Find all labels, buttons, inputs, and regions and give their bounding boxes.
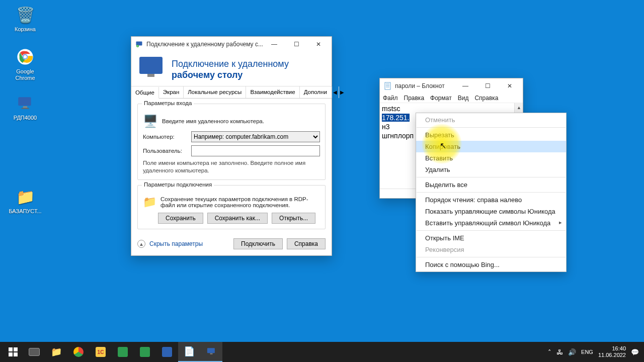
taskbar-app-green[interactable] bbox=[112, 342, 134, 362]
taskbar-app-green2[interactable] bbox=[134, 342, 156, 362]
help-button[interactable]: Справка bbox=[287, 238, 326, 249]
svg-rect-5 bbox=[22, 108, 29, 109]
maximize-button[interactable]: ☐ bbox=[476, 78, 499, 94]
text-line: mstsc bbox=[382, 104, 521, 113]
open-button[interactable]: Открыть... bbox=[272, 213, 315, 224]
ctx-show-unicode[interactable]: Показать управляющие символы Юникода bbox=[416, 206, 566, 217]
user-input[interactable] bbox=[191, 145, 320, 156]
start-button[interactable] bbox=[3, 342, 23, 362]
rdp-icon bbox=[15, 93, 36, 114]
svg-rect-3 bbox=[18, 97, 31, 106]
ctx-insert-unicode[interactable]: Вставить управляющий символ Юникода bbox=[416, 217, 566, 229]
notepad-icon bbox=[384, 82, 392, 90]
label-user: Пользователь: bbox=[143, 148, 187, 154]
notepad-titlebar[interactable]: пароли – Блокнот — ☐ ✕ bbox=[380, 78, 523, 94]
desktop-icon-folder[interactable]: 📁 БАЗАПУСТ... bbox=[7, 186, 43, 215]
rdp-titlebar[interactable]: Подключение к удаленному рабочему с... —… bbox=[131, 37, 332, 52]
ctx-rtl[interactable]: Порядок чтения: справа налево bbox=[416, 194, 566, 206]
desktop-icon-recycle-bin[interactable]: 🗑️ Корзина bbox=[7, 4, 43, 33]
taskbar-chrome[interactable] bbox=[67, 342, 90, 362]
close-button[interactable]: ✕ bbox=[499, 78, 521, 94]
minimize-button[interactable]: — bbox=[454, 78, 476, 94]
login-hint: Поле имени компьютера не заполнено. Введ… bbox=[143, 159, 320, 174]
taskbar-rdp[interactable] bbox=[200, 342, 222, 362]
hide-params-link[interactable]: Скрыть параметры bbox=[149, 240, 203, 247]
network-icon[interactable]: 🖧 bbox=[556, 348, 563, 356]
rdp-window: Подключение к удаленному рабочему с... —… bbox=[131, 36, 332, 256]
separator bbox=[417, 192, 566, 193]
connection-desc: Сохранение текущих параметров подключени… bbox=[160, 196, 320, 208]
ctx-reconvert[interactable]: Реконверсия bbox=[416, 244, 566, 255]
tab-general[interactable]: Общие bbox=[131, 87, 159, 99]
menu-file[interactable]: Файл bbox=[383, 95, 398, 102]
chevron-up-icon[interactable]: ˄ bbox=[548, 348, 551, 356]
svg-rect-13 bbox=[210, 353, 213, 354]
language-indicator[interactable]: ENG bbox=[581, 349, 593, 355]
login-prompt: Введите имя удаленного компьютера. bbox=[162, 118, 264, 124]
separator bbox=[417, 177, 566, 177]
notepad-window-title: пароли – Блокнот bbox=[395, 82, 454, 89]
menu-edit[interactable]: Правка bbox=[404, 95, 425, 102]
tab-display[interactable]: Экран bbox=[159, 86, 184, 98]
minimize-button[interactable]: — bbox=[263, 37, 285, 52]
desktop-icon-rdp4000[interactable]: РДП4000 bbox=[7, 93, 43, 121]
menu-view[interactable]: Вид bbox=[458, 95, 469, 102]
taskbar-taskview[interactable] bbox=[23, 342, 45, 362]
ctx-select-all[interactable]: Выделить все bbox=[416, 179, 566, 191]
folder-icon: 📁 bbox=[51, 346, 62, 357]
taskbar-1c[interactable]: 1C bbox=[90, 342, 112, 362]
chrome-icon bbox=[73, 347, 84, 357]
tab-advanced[interactable]: Дополни bbox=[300, 86, 332, 98]
ctx-bing[interactable]: Поиск с помощью Bing... bbox=[416, 259, 566, 270]
windows-logo-icon bbox=[9, 347, 18, 356]
tab-scroll-right[interactable]: ▶ bbox=[339, 86, 346, 98]
scroll-up-icon[interactable]: ▲ bbox=[515, 103, 523, 112]
desktop-icon-label: Корзина bbox=[7, 26, 43, 33]
chevron-up-icon[interactable]: ▲ bbox=[137, 240, 145, 248]
rdp-tabs: Общие Экран Локальные ресурсы Взаимодейс… bbox=[131, 86, 332, 99]
chrome-icon bbox=[15, 46, 36, 67]
save-as-button[interactable]: Сохранить как... bbox=[207, 213, 268, 224]
rdp-banner-line1: Подключение к удаленному bbox=[172, 58, 289, 69]
clock-time: 16:40 bbox=[598, 345, 626, 352]
menu-help[interactable]: Справка bbox=[474, 95, 498, 102]
rdp-footer: ▲ Скрыть параметры Подключить Справка bbox=[131, 234, 332, 255]
separator bbox=[417, 230, 566, 231]
menu-format[interactable]: Формат bbox=[430, 95, 452, 102]
ctx-delete[interactable]: Удалить bbox=[416, 164, 566, 175]
taskbar-notepad[interactable]: 📄 bbox=[178, 342, 200, 362]
volume-icon[interactable]: 🔊 bbox=[568, 348, 576, 356]
folder-icon: 📁 bbox=[15, 186, 36, 207]
tab-local-resources[interactable]: Локальные ресурсы bbox=[184, 86, 246, 98]
rdp-titlebar-icon bbox=[135, 40, 143, 48]
rdp-banner-icon bbox=[139, 57, 165, 82]
tab-experience[interactable]: Взаимодействие bbox=[246, 86, 299, 98]
rdp-banner-heading: Подключение к удаленному рабочему столу bbox=[172, 58, 289, 80]
close-button[interactable]: ✕ bbox=[307, 37, 330, 52]
login-group-title: Параметры входа bbox=[142, 100, 194, 106]
save-button[interactable]: Сохранить bbox=[158, 213, 203, 224]
maximize-button[interactable]: ☐ bbox=[285, 37, 307, 52]
label-computer: Компьютер: bbox=[143, 134, 187, 140]
taskbar-app-blue[interactable] bbox=[156, 342, 178, 362]
connect-button[interactable]: Подключить bbox=[233, 238, 283, 249]
separator bbox=[417, 127, 566, 128]
ctx-copy[interactable]: Копировать bbox=[416, 141, 566, 152]
tab-scroll-left[interactable]: ◀ bbox=[332, 86, 339, 98]
taskbar-clock[interactable]: 16:40 11.06.2022 bbox=[598, 345, 626, 358]
ctx-cut[interactable]: Вырезать bbox=[416, 129, 566, 141]
desktop-icon-label: РДП4000 bbox=[7, 115, 43, 121]
notepad-menubar: Файл Правка Формат Вид Справка bbox=[380, 94, 523, 103]
recycle-bin-icon: 🗑️ bbox=[15, 4, 36, 25]
taskbar-explorer[interactable]: 📁 bbox=[45, 342, 67, 362]
computer-input[interactable]: Например: computer.fabrikam.com bbox=[191, 131, 320, 142]
context-menu: Отменить Вырезать Копировать Вставить Уд… bbox=[416, 113, 567, 272]
desktop-icon-chrome[interactable]: Google Chrome bbox=[7, 46, 43, 81]
ctx-open-ime[interactable]: Открыть IME bbox=[416, 232, 566, 244]
taskbar: 📁 1C 📄 ˄ 🖧 🔊 ENG 16:40 11.06.2022 💬 bbox=[0, 342, 644, 362]
folder-icon: 📁 bbox=[143, 196, 156, 209]
notifications-icon[interactable]: 💬 bbox=[631, 348, 639, 356]
connection-group: Параметры подключения 📁 Сохранение текущ… bbox=[137, 185, 326, 229]
ctx-undo[interactable]: Отменить bbox=[416, 114, 566, 126]
ctx-paste[interactable]: Вставить bbox=[416, 152, 566, 164]
